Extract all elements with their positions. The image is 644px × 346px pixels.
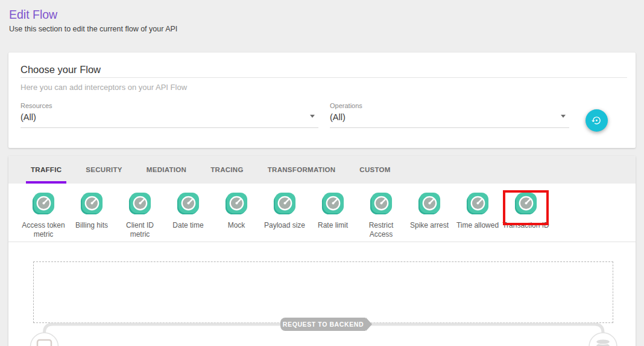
policy-item[interactable]: Date time — [164, 184, 212, 230]
tab-label: SECURITY — [86, 166, 122, 173]
refresh-flow-button[interactable] — [586, 109, 608, 132]
resources-select[interactable]: Resources (All) — [21, 102, 318, 128]
policy-label: Rate limit — [309, 221, 357, 230]
policy-item[interactable]: Mock — [212, 184, 260, 230]
policy-item[interactable]: Spike arrest — [405, 184, 453, 230]
policy-item[interactable]: Transaction ID — [502, 184, 550, 230]
policy-item[interactable]: Access token metric — [19, 184, 68, 239]
gauge-icon — [514, 207, 537, 217]
tab-label: MEDIATION — [147, 166, 186, 173]
restore-icon — [592, 115, 602, 126]
policy-tab[interactable]: CUSTOM — [355, 156, 395, 184]
tab-label: TRANSFORMATION — [268, 166, 336, 173]
policy-label: Transaction ID — [502, 221, 550, 230]
policy-label: Mock — [212, 221, 260, 230]
client-node — [31, 333, 58, 346]
policy-label: Restrict Access — [357, 221, 405, 239]
policy-item[interactable]: Time allowed — [453, 184, 502, 230]
operations-label: Operations — [330, 102, 569, 109]
policy-label: Payload size — [260, 221, 309, 230]
policy-item[interactable]: Rate limit — [309, 184, 357, 230]
policy-item[interactable]: Restrict Access — [357, 184, 405, 239]
tab-label: TRACING — [210, 166, 244, 173]
gauge-icon — [273, 207, 296, 217]
policy-item[interactable]: Billing hits — [68, 184, 116, 230]
gauge-icon — [321, 207, 344, 217]
policy-tab[interactable]: TRAFFIC — [26, 156, 66, 184]
choose-flow-hint: Here you can add interceptors on your AP… — [21, 83, 187, 92]
backend-node — [589, 333, 617, 346]
backend-database-icon — [596, 339, 610, 346]
choose-flow-title: Choose your Flow — [21, 64, 101, 75]
operations-value: (All) — [330, 112, 569, 122]
resources-value: (All) — [21, 112, 318, 122]
policy-tab[interactable]: SECURITY — [81, 156, 127, 184]
dropdown-arrow-icon — [310, 115, 315, 118]
gauge-icon — [128, 207, 151, 217]
policy-item[interactable]: Payload size — [260, 184, 309, 230]
policy-studio-card: TRAFFIC SECURITY MEDIATION TRACING TRANS… — [8, 156, 636, 346]
policy-tab[interactable]: TRACING — [206, 156, 248, 184]
page-subtitle: Use this section to edit the current flo… — [9, 25, 177, 33]
policy-label: Billing hits — [68, 221, 116, 230]
divider — [21, 77, 627, 78]
policy-label: Date time — [164, 221, 212, 230]
page-title: Edit Flow — [9, 8, 57, 22]
policy-label: Access token metric — [19, 221, 68, 239]
policy-item[interactable]: Client ID metric — [116, 184, 164, 239]
operations-select[interactable]: Operations (All) — [330, 102, 569, 128]
policy-label: Time allowed — [453, 221, 502, 230]
request-to-backend-chip: REQUEST TO BACKEND — [280, 318, 366, 331]
policy-label: Spike arrest — [405, 221, 453, 230]
gauge-icon — [418, 207, 441, 217]
gauge-icon — [32, 207, 55, 217]
request-to-backend-label: REQUEST TO BACKEND — [283, 321, 364, 328]
gauge-icon — [466, 207, 489, 217]
flow-canvas: REQUEST TO BACKEND — [8, 242, 636, 346]
choose-flow-card: Choose your Flow Here you can add interc… — [8, 53, 636, 148]
tab-label: CUSTOM — [359, 166, 390, 173]
tab-label: TRAFFIC — [31, 166, 62, 173]
resources-label: Resources — [21, 102, 318, 109]
client-icon — [37, 340, 51, 346]
dropdown-arrow-icon — [561, 115, 566, 118]
policy-label: Client ID metric — [116, 221, 164, 239]
edit-flow-page: Edit Flow Use this section to edit the c… — [0, 0, 644, 346]
gauge-icon — [370, 207, 393, 217]
policy-category-tabs: TRAFFIC SECURITY MEDIATION TRACING TRANS… — [8, 156, 636, 184]
gauge-icon — [225, 207, 248, 217]
gauge-icon — [80, 207, 103, 217]
policy-palette: Access token metric Billing hits — [8, 184, 636, 242]
policy-tab[interactable]: MEDIATION — [142, 156, 191, 184]
gauge-icon — [177, 207, 200, 217]
policy-tab[interactable]: TRANSFORMATION — [263, 156, 341, 184]
